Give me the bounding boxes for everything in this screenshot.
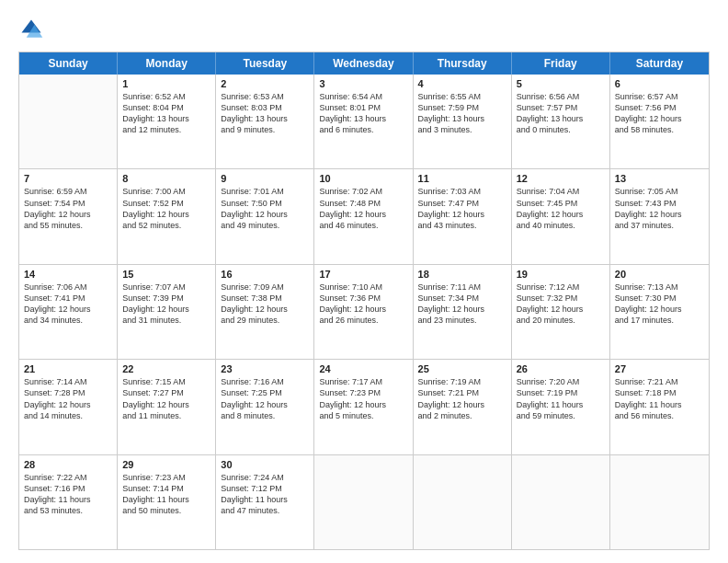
cell-text: Sunrise: 7:13 AM Sunset: 7:30 PM Dayligh… [615,282,704,327]
calendar-cell-r0c0 [19,75,118,168]
calendar-cell-r2c6: 20Sunrise: 7:13 AM Sunset: 7:30 PM Dayli… [610,265,709,359]
day-number: 17 [319,269,407,280]
calendar-cell-r1c4: 11Sunrise: 7:03 AM Sunset: 7:47 PM Dayli… [414,169,512,263]
day-number: 19 [517,269,605,280]
day-number: 2 [221,78,309,89]
day-number: 15 [122,269,210,280]
day-number: 16 [221,269,309,280]
weekday-header-friday: Friday [512,52,610,75]
day-number: 29 [122,459,210,470]
day-number: 21 [24,363,112,374]
cell-text: Sunrise: 6:57 AM Sunset: 7:56 PM Dayligh… [615,91,704,136]
calendar-cell-r1c2: 9Sunrise: 7:01 AM Sunset: 7:50 PM Daylig… [216,169,314,263]
calendar-cell-r2c2: 16Sunrise: 7:09 AM Sunset: 7:38 PM Dayli… [216,265,314,359]
cell-text: Sunrise: 6:54 AM Sunset: 8:01 PM Dayligh… [319,91,407,136]
day-number: 11 [418,173,506,184]
day-number: 4 [418,78,506,89]
cell-text: Sunrise: 7:21 AM Sunset: 7:18 PM Dayligh… [615,376,704,421]
calendar-cell-r4c3 [314,455,413,549]
calendar-body: 1Sunrise: 6:52 AM Sunset: 8:04 PM Daylig… [19,75,709,549]
calendar-cell-r1c3: 10Sunrise: 7:02 AM Sunset: 7:48 PM Dayli… [314,169,413,263]
cell-text: Sunrise: 6:55 AM Sunset: 7:59 PM Dayligh… [418,91,506,136]
cell-text: Sunrise: 7:17 AM Sunset: 7:23 PM Dayligh… [319,376,407,421]
cell-text: Sunrise: 6:53 AM Sunset: 8:03 PM Dayligh… [221,91,309,136]
calendar-cell-r3c4: 25Sunrise: 7:19 AM Sunset: 7:21 PM Dayli… [414,360,512,454]
day-number: 12 [517,173,605,184]
day-number: 23 [221,363,309,374]
calendar-cell-r4c6 [610,455,709,549]
cell-text: Sunrise: 7:19 AM Sunset: 7:21 PM Dayligh… [418,376,506,421]
day-number: 24 [319,363,407,374]
calendar-cell-r4c0: 28Sunrise: 7:22 AM Sunset: 7:16 PM Dayli… [19,455,118,549]
day-number: 30 [221,459,309,470]
calendar-cell-r1c1: 8Sunrise: 7:00 AM Sunset: 7:52 PM Daylig… [118,169,216,263]
header [18,17,710,42]
day-number: 3 [319,78,407,89]
cell-text: Sunrise: 7:02 AM Sunset: 7:48 PM Dayligh… [319,186,407,231]
cell-text: Sunrise: 7:09 AM Sunset: 7:38 PM Dayligh… [221,282,309,327]
calendar-cell-r4c1: 29Sunrise: 7:23 AM Sunset: 7:14 PM Dayli… [118,455,216,549]
cell-text: Sunrise: 7:11 AM Sunset: 7:34 PM Dayligh… [418,282,506,327]
day-number: 10 [319,173,407,184]
day-number: 22 [122,363,210,374]
calendar-cell-r2c1: 15Sunrise: 7:07 AM Sunset: 7:39 PM Dayli… [118,265,216,359]
day-number: 13 [615,173,704,184]
cell-text: Sunrise: 7:10 AM Sunset: 7:36 PM Dayligh… [319,282,407,327]
calendar-cell-r0c2: 2Sunrise: 6:53 AM Sunset: 8:03 PM Daylig… [216,75,314,168]
cell-text: Sunrise: 6:59 AM Sunset: 7:54 PM Dayligh… [24,186,112,231]
day-number: 25 [418,363,506,374]
calendar-cell-r3c1: 22Sunrise: 7:15 AM Sunset: 7:27 PM Dayli… [118,360,216,454]
calendar-row-4: 28Sunrise: 7:22 AM Sunset: 7:16 PM Dayli… [19,454,709,549]
calendar-cell-r1c0: 7Sunrise: 6:59 AM Sunset: 7:54 PM Daylig… [19,169,118,263]
weekday-header-thursday: Thursday [414,52,512,75]
day-number: 1 [122,78,210,89]
weekday-header-saturday: Saturday [610,52,709,75]
calendar-row-1: 7Sunrise: 6:59 AM Sunset: 7:54 PM Daylig… [19,168,709,263]
cell-text: Sunrise: 7:22 AM Sunset: 7:16 PM Dayligh… [24,472,112,517]
day-number: 6 [615,78,704,89]
day-number: 5 [517,78,605,89]
calendar-cell-r0c3: 3Sunrise: 6:54 AM Sunset: 8:01 PM Daylig… [314,75,413,168]
cell-text: Sunrise: 7:15 AM Sunset: 7:27 PM Dayligh… [122,376,210,421]
calendar-row-3: 21Sunrise: 7:14 AM Sunset: 7:28 PM Dayli… [19,359,709,454]
day-number: 28 [24,459,112,470]
calendar-cell-r2c4: 18Sunrise: 7:11 AM Sunset: 7:34 PM Dayli… [414,265,512,359]
day-number: 8 [122,173,210,184]
cell-text: Sunrise: 7:07 AM Sunset: 7:39 PM Dayligh… [122,282,210,327]
cell-text: Sunrise: 7:20 AM Sunset: 7:19 PM Dayligh… [517,376,605,421]
calendar-cell-r2c3: 17Sunrise: 7:10 AM Sunset: 7:36 PM Dayli… [314,265,413,359]
calendar-cell-r0c4: 4Sunrise: 6:55 AM Sunset: 7:59 PM Daylig… [414,75,512,168]
calendar-row-2: 14Sunrise: 7:06 AM Sunset: 7:41 PM Dayli… [19,264,709,359]
weekday-header-tuesday: Tuesday [216,52,314,75]
cell-text: Sunrise: 7:14 AM Sunset: 7:28 PM Dayligh… [24,376,112,421]
day-number: 20 [615,269,704,280]
cell-text: Sunrise: 7:01 AM Sunset: 7:50 PM Dayligh… [221,186,309,231]
calendar-header: SundayMondayTuesdayWednesdayThursdayFrid… [19,52,709,75]
calendar-cell-r4c4 [414,455,512,549]
calendar-cell-r1c6: 13Sunrise: 7:05 AM Sunset: 7:43 PM Dayli… [610,169,709,263]
day-number: 26 [517,363,605,374]
cell-text: Sunrise: 7:06 AM Sunset: 7:41 PM Dayligh… [24,282,112,327]
day-number: 27 [615,363,704,374]
calendar-cell-r2c5: 19Sunrise: 7:12 AM Sunset: 7:32 PM Dayli… [512,265,610,359]
day-number: 7 [24,173,112,184]
calendar-cell-r2c0: 14Sunrise: 7:06 AM Sunset: 7:41 PM Dayli… [19,265,118,359]
calendar-cell-r0c1: 1Sunrise: 6:52 AM Sunset: 8:04 PM Daylig… [118,75,216,168]
calendar-cell-r3c2: 23Sunrise: 7:16 AM Sunset: 7:25 PM Dayli… [216,360,314,454]
calendar-cell-r3c6: 27Sunrise: 7:21 AM Sunset: 7:18 PM Dayli… [610,360,709,454]
page: SundayMondayTuesdayWednesdayThursdayFrid… [0,0,728,563]
calendar-cell-r1c5: 12Sunrise: 7:04 AM Sunset: 7:45 PM Dayli… [512,169,610,263]
cell-text: Sunrise: 7:24 AM Sunset: 7:12 PM Dayligh… [221,472,309,517]
cell-text: Sunrise: 7:23 AM Sunset: 7:14 PM Dayligh… [122,472,210,517]
calendar-cell-r0c5: 5Sunrise: 6:56 AM Sunset: 7:57 PM Daylig… [512,75,610,168]
weekday-header-monday: Monday [118,52,216,75]
cell-text: Sunrise: 7:16 AM Sunset: 7:25 PM Dayligh… [221,376,309,421]
calendar-cell-r3c0: 21Sunrise: 7:14 AM Sunset: 7:28 PM Dayli… [19,360,118,454]
calendar-row-0: 1Sunrise: 6:52 AM Sunset: 8:04 PM Daylig… [19,75,709,168]
logo-icon [18,17,44,42]
cell-text: Sunrise: 6:52 AM Sunset: 8:04 PM Dayligh… [122,91,210,136]
day-number: 18 [418,269,506,280]
day-number: 14 [24,269,112,280]
cell-text: Sunrise: 7:00 AM Sunset: 7:52 PM Dayligh… [122,186,210,231]
cell-text: Sunrise: 6:56 AM Sunset: 7:57 PM Dayligh… [517,91,605,136]
